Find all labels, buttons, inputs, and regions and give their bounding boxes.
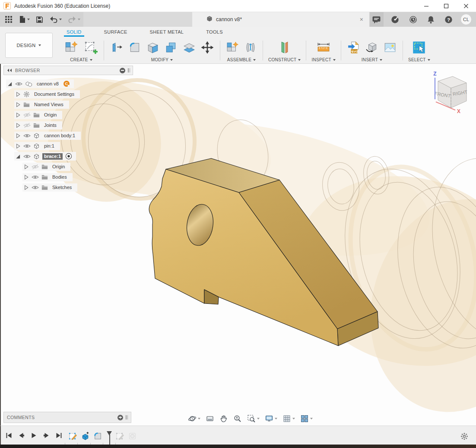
expand-expander-icon[interactable] — [15, 102, 21, 107]
comments-resize-handle[interactable] — [126, 415, 128, 420]
browser-item-label[interactable]: Origin — [42, 112, 58, 118]
expand-expander-icon[interactable] — [15, 123, 21, 128]
timeline-position-marker[interactable] — [105, 431, 112, 441]
browser-item-label[interactable]: pin:1 — [42, 143, 56, 149]
document-tab[interactable]: cannon v8* × — [192, 12, 369, 27]
visibility-eye-icon[interactable] — [23, 154, 31, 159]
app-grid-button[interactable] — [3, 14, 15, 25]
notifications-button[interactable] — [425, 14, 437, 25]
timeline-feature-sketch-suppressed[interactable] — [115, 431, 125, 441]
comments-panel[interactable]: COMMENTS — [3, 412, 131, 423]
browser-collapse-icon[interactable] — [120, 68, 125, 73]
insert-dropdown[interactable]: INSERT — [362, 57, 382, 64]
pan-button[interactable] — [218, 413, 229, 424]
construct-plane-button[interactable] — [276, 39, 293, 56]
close-button[interactable] — [456, 0, 476, 12]
viewports-button[interactable] — [299, 413, 314, 424]
timeline-settings-gear-icon[interactable] — [460, 432, 468, 442]
browser-item-label[interactable]: brace:1 — [42, 153, 63, 160]
browser-item-origin[interactable]: Origin — [3, 161, 81, 172]
tab-close-icon[interactable]: × — [358, 16, 365, 23]
activate-component-radio[interactable] — [65, 153, 72, 160]
timeline-feature-fillet[interactable] — [93, 431, 103, 441]
user-avatar[interactable]: CL — [460, 14, 472, 25]
tab-sheet-metal[interactable]: SHEET METAL — [149, 28, 185, 36]
extensions-button[interactable] — [389, 14, 401, 25]
timeline-feature-circle-suppressed[interactable] — [127, 431, 137, 441]
browser-resize-handle[interactable] — [128, 68, 130, 73]
modify-dropdown[interactable]: MODIFY — [151, 57, 173, 64]
select-dropdown[interactable]: SELECT — [408, 57, 430, 64]
measure-button[interactable] — [315, 40, 332, 55]
step-forward-button[interactable] — [42, 431, 51, 440]
collapse-expander-icon[interactable] — [15, 154, 21, 159]
expand-expander-icon[interactable] — [23, 164, 29, 170]
insert-svg-button[interactable]: SVG — [346, 40, 361, 55]
expand-expander-icon[interactable] — [15, 133, 21, 139]
browser-item-pin-1[interactable]: pin:1 — [3, 141, 81, 151]
assemble-dropdown[interactable]: ASSEMBLE — [227, 57, 256, 64]
browser-item-sketches[interactable]: Sketches — [3, 182, 81, 192]
file-menu-button[interactable] — [16, 14, 32, 25]
browser-item-joints[interactable]: Joints — [3, 120, 81, 130]
visibility-eye-icon[interactable] — [15, 81, 22, 87]
browser-item-cannon-body-1[interactable]: cannon body:1 — [3, 130, 81, 141]
visibility-eye-icon[interactable] — [23, 133, 31, 139]
browser-item-cannon-v8[interactable]: cannon v8C — [3, 79, 81, 89]
select-button[interactable] — [411, 40, 427, 55]
tab-surface[interactable]: SURFACE — [103, 28, 128, 36]
add-comment-icon[interactable] — [117, 415, 123, 420]
browser-item-brace-1[interactable]: brace:1 — [3, 151, 81, 161]
combine-button[interactable] — [164, 40, 178, 55]
browser-item-label[interactable]: Bodies — [51, 174, 69, 180]
visibility-eye-hidden-icon[interactable] — [23, 123, 31, 128]
expand-expander-icon[interactable] — [15, 143, 21, 149]
workspace-selector[interactable]: DESIGN — [5, 33, 53, 58]
visibility-eye-hidden-icon[interactable] — [23, 112, 31, 118]
browser-item-bodies[interactable]: Bodies — [3, 172, 81, 182]
undo-button[interactable] — [47, 14, 64, 25]
collapse-expander-icon[interactable] — [7, 81, 13, 87]
expand-expander-icon[interactable] — [15, 112, 21, 118]
visibility-eye-icon[interactable] — [32, 185, 39, 190]
display-settings-button[interactable] — [263, 413, 279, 424]
new-component-button[interactable] — [64, 40, 79, 55]
browser-item-label[interactable]: cannon body:1 — [42, 133, 77, 139]
create-dropdown[interactable]: CREATE — [70, 57, 92, 64]
go-to-end-button[interactable] — [54, 431, 63, 440]
browser-item-label[interactable]: Named Views — [32, 101, 65, 108]
browser-item-label[interactable]: Sketches — [51, 184, 73, 191]
expand-expander-icon[interactable] — [15, 91, 21, 97]
save-button[interactable] — [34, 14, 45, 25]
redo-button[interactable] — [66, 14, 83, 25]
zoom-button[interactable] — [232, 413, 243, 424]
browser-item-origin[interactable]: Origin — [3, 110, 81, 120]
visibility-eye-icon[interactable] — [32, 174, 39, 180]
assemble-component-button[interactable] — [225, 40, 240, 55]
tab-tools[interactable]: TOOLS — [205, 28, 224, 36]
offset-face-button[interactable] — [182, 40, 197, 55]
expand-expander-icon[interactable] — [23, 185, 29, 190]
step-back-button[interactable] — [17, 431, 26, 440]
look-at-button[interactable] — [204, 413, 216, 424]
move-button[interactable] — [200, 40, 215, 55]
press-pull-button[interactable] — [109, 40, 124, 55]
viewcube[interactable]: FRONT RIGHT Z X — [421, 70, 473, 117]
play-button[interactable] — [29, 431, 38, 440]
comments-button[interactable] — [370, 14, 383, 25]
shell-button[interactable] — [146, 40, 160, 55]
joint-button[interactable] — [244, 41, 257, 54]
browser-item-named-views[interactable]: Named Views — [3, 99, 81, 110]
viewport-canvas[interactable]: BROWSER cannon v8CDocument SettingsNamed… — [0, 64, 476, 426]
inspect-dropdown[interactable]: INSPECT — [311, 57, 335, 64]
timeline-feature-extrude[interactable] — [80, 431, 90, 441]
fit-button[interactable] — [246, 413, 261, 424]
insert-mesh-button[interactable] — [365, 40, 379, 55]
create-sketch-button[interactable] — [83, 40, 98, 55]
browser-item-label[interactable]: Joints — [42, 122, 58, 129]
construct-dropdown[interactable]: CONSTRUCT — [268, 57, 301, 64]
browser-item-label[interactable]: Origin — [51, 164, 67, 170]
browser-item-label[interactable]: cannon v8 — [35, 81, 60, 87]
maximize-button[interactable] — [436, 0, 456, 12]
go-to-start-button[interactable] — [4, 431, 13, 440]
